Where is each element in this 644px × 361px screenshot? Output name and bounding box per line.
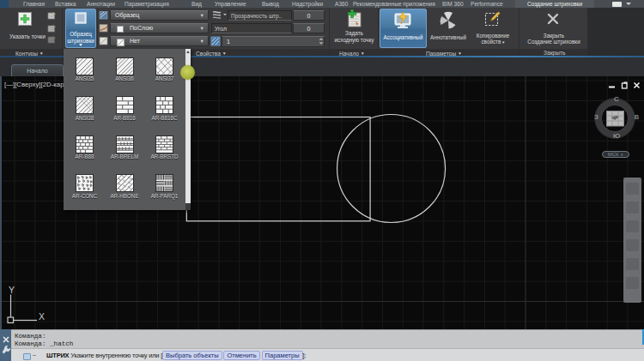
svg-text:X: X bbox=[39, 311, 45, 322]
svg-text:Y: Y bbox=[9, 285, 15, 295]
